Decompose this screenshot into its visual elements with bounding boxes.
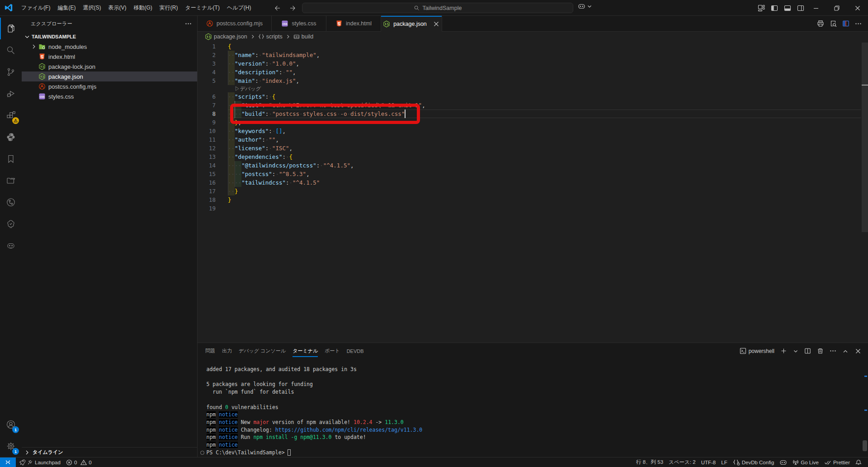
activity-explorer-icon[interactable] xyxy=(0,18,22,39)
status-prettier[interactable]: Prettier xyxy=(821,457,853,467)
braces-badge-icon xyxy=(733,459,740,466)
breadcrumb-item-build[interactable]: build xyxy=(293,33,313,40)
code-line-2: ··"name":·"tailwindsample", xyxy=(228,51,320,59)
terminal-scrollbar[interactable] xyxy=(863,440,867,451)
status-eol[interactable]: LF xyxy=(718,457,730,467)
explorer-sidebar: エクスプローラー TAILWINDSAMPLE node_modulesinde… xyxy=(22,16,198,457)
status-encoding[interactable]: UTF-8 xyxy=(698,457,719,467)
history-back-icon[interactable] xyxy=(274,5,281,12)
tab-index.html[interactable]: index.html xyxy=(326,16,381,32)
status-indentation[interactable]: スペース: 2 xyxy=(666,457,698,467)
panel-tab-ターミナル[interactable]: ターミナル xyxy=(292,343,318,359)
split-editor-icon[interactable] xyxy=(842,20,849,27)
status-problems[interactable]: 00 xyxy=(63,457,94,467)
file-postcss.config.mjs[interactable]: postcss.config.mjs xyxy=(22,81,197,91)
panel-tab-デバッグ コンソール[interactable]: デバッグ コンソール xyxy=(239,343,286,359)
codelens-debug-link[interactable]: ▷デバッグ xyxy=(235,85,261,92)
activity-python-icon[interactable] xyxy=(0,126,22,148)
status-launchpad[interactable]: Launchpad xyxy=(16,457,63,467)
line-number-15: 15 xyxy=(198,170,216,178)
code-editor[interactable]: 1{2··"name":·"tailwindsample",3··"versio… xyxy=(198,42,868,343)
folder-section-header[interactable]: TAILWINDSAMPLE xyxy=(22,32,197,42)
file-package.json[interactable]: package.json xyxy=(22,71,197,81)
bell-icon xyxy=(855,459,862,466)
activity-bookmarks-icon[interactable] xyxy=(0,148,22,170)
menu-6[interactable]: ターミナル(T) xyxy=(181,0,223,15)
activity-source-control-icon[interactable] xyxy=(0,61,22,83)
editor-scrollbar[interactable] xyxy=(862,43,868,232)
panel-tab-問題[interactable]: 問題 xyxy=(205,343,215,359)
code-line-12: ··"license":·"ISC", xyxy=(228,144,292,152)
terminal-link[interactable]: https://github.com/npm/cli/releases/tag/… xyxy=(275,427,422,433)
file-node_modules[interactable]: node_modules xyxy=(22,42,197,52)
toggle-secondary-sidebar-icon[interactable] xyxy=(797,5,804,12)
code-line-6: ··"scripts":·{ xyxy=(228,92,275,101)
terminal-shell-selector[interactable]: powershell xyxy=(740,348,774,354)
panel-tab-ポート[interactable]: ポート xyxy=(325,343,340,359)
sidebar-more-actions-icon[interactable] xyxy=(185,20,192,27)
breadcrumb-item-scripts[interactable]: scripts xyxy=(258,33,283,40)
editor-more-actions-icon[interactable] xyxy=(855,20,862,27)
menu-1[interactable]: 編集(E) xyxy=(54,0,79,15)
close-button[interactable] xyxy=(847,0,868,16)
print-icon[interactable] xyxy=(817,20,824,27)
terminal-dropdown-chevron-icon[interactable] xyxy=(793,348,798,354)
menu-7[interactable]: ヘルプ(H) xyxy=(223,0,255,15)
terminal-overview-mark xyxy=(864,376,867,377)
sidebar-header: エクスプローラー xyxy=(22,16,197,32)
remote-indicator[interactable] xyxy=(0,457,16,467)
status-go-live[interactable]: Go Live xyxy=(790,457,821,467)
status-devdb-config[interactable]: DevDb Config xyxy=(730,457,777,467)
panel-tab-出力[interactable]: 出力 xyxy=(222,343,232,359)
file-styles.css[interactable]: CSSstyles.css xyxy=(22,91,197,101)
activity-search-icon[interactable] xyxy=(0,39,22,61)
status-copilot[interactable] xyxy=(777,457,790,467)
title-bar: ファイル(F)編集(E)選択(S)表示(V)移動(G)実行(R)ターミナル(T)… xyxy=(0,0,868,16)
customize-layout-icon[interactable] xyxy=(758,5,765,12)
new-terminal-icon[interactable] xyxy=(780,348,787,354)
menu-0[interactable]: ファイル(F) xyxy=(18,0,54,15)
status-bar-right: 行 8、列 53スペース: 2UTF-8LFDevDb ConfigGo Liv… xyxy=(633,457,868,467)
toggle-panel-icon[interactable] xyxy=(784,5,791,12)
menu-3[interactable]: 表示(V) xyxy=(104,0,130,15)
terminal-prompt-line: PS C:\dev\TailwindSample> xyxy=(207,449,288,457)
split-terminal-icon[interactable] xyxy=(804,348,811,354)
timeline-section[interactable]: タイムライン xyxy=(22,447,197,457)
activity-todo-tree-icon[interactable] xyxy=(0,213,22,235)
toggle-sidebar-icon[interactable] xyxy=(771,5,778,12)
activity-project-manager-icon[interactable] xyxy=(0,170,22,191)
kill-terminal-icon[interactable] xyxy=(817,348,824,354)
command-center-search[interactable]: TailwindSample xyxy=(302,3,573,13)
annotation-highlight-box xyxy=(230,104,420,124)
activity-settings-icon[interactable]: 1 xyxy=(0,435,22,457)
restore-button[interactable] xyxy=(826,0,847,16)
tab-styles.css[interactable]: CSSstyles.css xyxy=(272,16,326,32)
menu-5[interactable]: 実行(R) xyxy=(156,0,182,15)
maximize-panel-icon[interactable] xyxy=(842,348,849,354)
file-index.html[interactable]: index.html xyxy=(22,52,197,62)
panel-more-actions-icon[interactable] xyxy=(830,348,836,354)
search-in-file-icon[interactable] xyxy=(830,20,837,27)
terminal[interactable]: added 17 packages, and audited 18 packag… xyxy=(198,359,868,457)
menu-4[interactable]: 移動(G) xyxy=(130,0,156,15)
activity-git-graph-icon[interactable] xyxy=(0,191,22,213)
copilot-menu-button[interactable] xyxy=(578,2,592,10)
tab-package.json[interactable]: package.json xyxy=(381,16,442,32)
file-package-lock.json[interactable]: package-lock.json xyxy=(22,62,197,71)
tab-postcss.config.mjs[interactable]: postcss.config.mjs xyxy=(198,16,272,32)
panel-tab-DEVDB[interactable]: DEVDB xyxy=(347,343,364,359)
activity-accounts-icon[interactable]: 1 xyxy=(0,414,22,435)
breadcrumb-item-package.json[interactable]: package.json xyxy=(205,33,247,40)
code-line-18: } xyxy=(228,195,231,204)
menu-2[interactable]: 選択(S) xyxy=(79,0,104,15)
status-cursor-position[interactable]: 行 8、列 53 xyxy=(633,457,666,467)
minimize-button[interactable] xyxy=(806,0,826,16)
history-forward-icon[interactable] xyxy=(289,5,296,12)
activity-run-debug-icon[interactable] xyxy=(0,83,22,105)
activity-extensions-icon[interactable]: ⚠ xyxy=(0,105,22,126)
terminal-command-decoration[interactable] xyxy=(200,451,204,455)
close-panel-icon[interactable] xyxy=(854,348,862,355)
close-tab-icon[interactable] xyxy=(433,20,440,28)
status-notifications[interactable] xyxy=(853,457,864,467)
activity-devdb-icon[interactable] xyxy=(0,235,22,257)
